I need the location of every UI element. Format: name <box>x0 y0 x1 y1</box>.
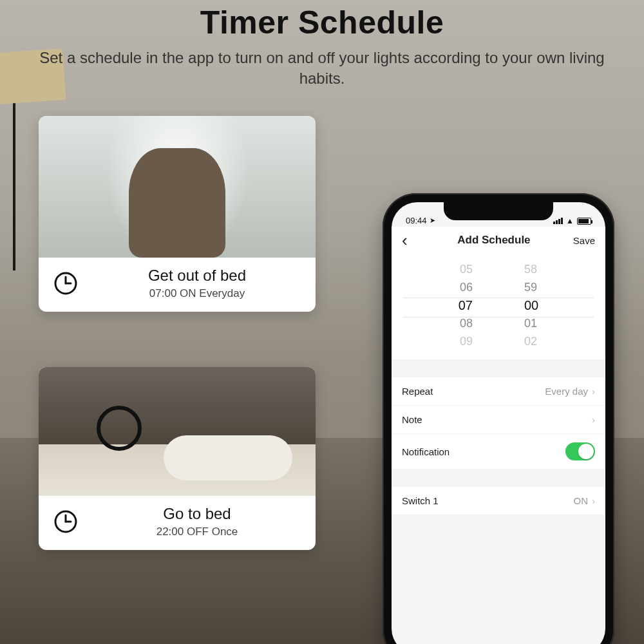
statusbar-time: 09:44 <box>406 216 427 225</box>
card-title: Go to bed <box>93 505 301 523</box>
phone-notch <box>444 202 553 220</box>
phone-screen: 09:44 ➤ ▲ ‹ Add Schedule Save 0558 0659 … <box>392 202 605 644</box>
picker-minute[interactable]: 58 <box>524 260 537 278</box>
card-photo-night <box>39 367 316 496</box>
hero-subtitle: Set a schedule in the app to turn on and… <box>0 48 644 90</box>
signal-icon <box>553 218 563 224</box>
picker-minute[interactable]: 01 <box>524 314 537 332</box>
chevron-right-icon: › <box>592 495 595 506</box>
card-title: Get out of bed <box>93 267 301 285</box>
row-value: ON <box>574 495 589 506</box>
picker-minute[interactable]: 59 <box>524 278 537 296</box>
row-note[interactable]: Note › <box>392 406 605 434</box>
switch-group: Switch 1 ON › <box>392 487 605 515</box>
settings-group: Repeat Every day › Note › Notification <box>392 377 605 469</box>
picker-hour[interactable]: 08 <box>460 314 473 332</box>
row-label: Repeat <box>402 386 433 397</box>
row-value: Every day <box>545 386 588 397</box>
clock-icon <box>53 270 79 296</box>
back-button[interactable]: ‹ <box>402 231 415 251</box>
battery-icon <box>577 218 591 225</box>
card-subtitle: 22:00 OFF Once <box>93 526 301 538</box>
schedule-card-night: Go to bed 22:00 OFF Once <box>39 367 316 550</box>
picker-hour[interactable]: 05 <box>460 260 473 278</box>
row-switch1[interactable]: Switch 1 ON › <box>392 487 605 515</box>
hero: Timer Schedule Set a schedule in the app… <box>0 4 644 90</box>
save-button[interactable]: Save <box>573 235 595 246</box>
floor-lamp-deco <box>13 90 15 270</box>
nav-title: Add Schedule <box>457 234 530 247</box>
location-icon: ➤ <box>430 216 435 225</box>
picker-minute[interactable]: 02 <box>524 332 537 350</box>
row-notification: Notification <box>392 434 605 469</box>
schedule-card-morning: Get out of bed 07:00 ON Everyday <box>39 116 316 312</box>
wifi-icon: ▲ <box>566 216 574 225</box>
picker-minute-selected[interactable]: 00 <box>524 296 538 314</box>
clock-icon <box>53 509 79 535</box>
hero-title: Timer Schedule <box>0 4 644 41</box>
card-subtitle: 07:00 ON Everyday <box>93 287 301 300</box>
card-photo-morning <box>39 116 316 258</box>
chevron-right-icon: › <box>592 414 595 425</box>
notification-toggle[interactable] <box>565 442 595 460</box>
row-repeat[interactable]: Repeat Every day › <box>392 377 605 406</box>
picker-hour[interactable]: 09 <box>460 332 473 350</box>
row-label: Note <box>402 414 422 425</box>
picker-hour-selected[interactable]: 07 <box>459 296 473 314</box>
phone-mockup: 09:44 ➤ ▲ ‹ Add Schedule Save 0558 0659 … <box>383 193 614 644</box>
chevron-right-icon: › <box>592 386 595 397</box>
nav-bar: ‹ Add Schedule Save <box>392 227 605 254</box>
picker-hour[interactable]: 06 <box>460 278 473 296</box>
mirror-deco <box>97 406 142 451</box>
row-label: Switch 1 <box>402 495 439 506</box>
time-picker[interactable]: 0558 0659 0700 0801 0902 <box>392 254 605 359</box>
pillow-deco <box>164 435 292 480</box>
person-silhouette <box>129 148 225 258</box>
row-label: Notification <box>402 446 450 457</box>
